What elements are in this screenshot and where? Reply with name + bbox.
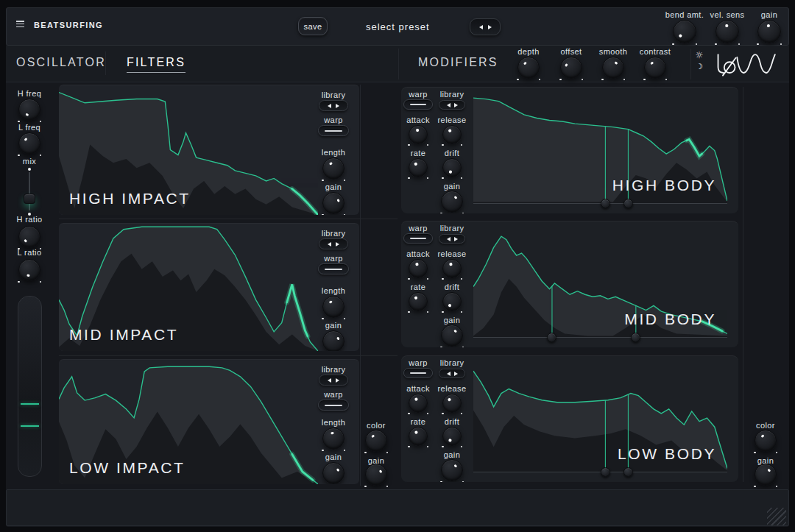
attack-knob[interactable] <box>409 394 428 413</box>
mid-color-knob[interactable] <box>365 430 387 452</box>
bend-amt-knob[interactable] <box>673 20 696 43</box>
gain-knob[interactable] <box>441 459 463 481</box>
vel-sens-knob[interactable] <box>716 20 739 43</box>
level-meter[interactable] <box>18 296 42 477</box>
right-arrow-icon[interactable] <box>336 378 339 383</box>
timeline-handle[interactable] <box>601 467 610 477</box>
preset-display[interactable]: select preset <box>366 21 430 32</box>
library-label: library <box>322 229 346 238</box>
rate-knob[interactable] <box>409 158 428 177</box>
h-freq-knob[interactable] <box>18 99 40 121</box>
mid-gain-knob[interactable] <box>365 464 387 486</box>
library-prev-next[interactable] <box>319 375 348 386</box>
timeline-handle[interactable] <box>601 199 610 208</box>
attack-knob[interactable] <box>409 125 428 144</box>
warp-label: warp <box>324 116 342 124</box>
panel-title: HIGH IMPACT <box>69 190 191 208</box>
offset-knob[interactable] <box>560 57 582 79</box>
h-ratio-knob[interactable] <box>18 226 40 248</box>
right-arrow-icon[interactable] <box>336 242 339 247</box>
rate-knob[interactable] <box>409 427 428 446</box>
meter-line <box>21 403 39 405</box>
right-gain-knob[interactable] <box>755 464 777 486</box>
offset-label: offset <box>560 47 582 56</box>
mix-label: mix <box>23 157 36 166</box>
warp-slider[interactable] <box>318 263 349 274</box>
save-button[interactable]: save <box>298 17 328 35</box>
gain-knob[interactable] <box>322 330 344 351</box>
gain-knob[interactable] <box>441 191 463 213</box>
attack-knob[interactable] <box>409 259 428 278</box>
right-arrow-icon[interactable] <box>454 237 458 241</box>
mid-impact-panel: MID IMPACT library warp length gain <box>59 223 359 351</box>
gain-knob[interactable] <box>322 192 344 214</box>
right-arrow-icon[interactable] <box>454 372 458 376</box>
loop-timeline[interactable] <box>473 203 727 204</box>
drift-label: drift <box>445 283 459 291</box>
master-gain-knob[interactable] <box>757 20 781 43</box>
left-arrow-icon[interactable] <box>479 25 483 29</box>
library-prev-next[interactable] <box>319 238 348 249</box>
drift-knob[interactable] <box>442 158 462 177</box>
right-arrow-icon[interactable] <box>454 103 458 107</box>
tab-oscillator[interactable]: OSCILLATOR <box>16 56 106 69</box>
warp-slider[interactable] <box>403 99 433 110</box>
moon-icon[interactable]: ☽ <box>696 62 703 71</box>
loop-timeline[interactable] <box>473 472 727 472</box>
timeline-handle[interactable] <box>623 199 633 208</box>
master-gain-label: gain <box>761 10 777 19</box>
depth-knob[interactable] <box>517 57 540 79</box>
rate-knob[interactable] <box>409 292 428 311</box>
library-prev-next[interactable] <box>439 100 465 110</box>
l-ratio-knob[interactable] <box>18 259 40 281</box>
preset-prev-next[interactable] <box>470 18 501 35</box>
library-label: library <box>440 358 464 367</box>
timeline-handle[interactable] <box>547 333 556 342</box>
library-prev-next[interactable] <box>439 369 465 378</box>
left-arrow-icon[interactable] <box>328 242 331 247</box>
right-arrow-icon[interactable] <box>336 104 339 108</box>
gain-knob[interactable] <box>322 462 344 484</box>
save-label: save <box>303 22 322 31</box>
warp-slider[interactable] <box>318 125 349 136</box>
smooth-knob[interactable] <box>602 57 624 79</box>
row-divider <box>59 219 398 219</box>
right-color-knob[interactable] <box>755 430 777 452</box>
timeline-handle[interactable] <box>631 333 640 342</box>
left-arrow-icon[interactable] <box>328 378 331 383</box>
drift-knob[interactable] <box>442 427 462 446</box>
length-knob[interactable] <box>322 428 344 450</box>
resize-grip-icon[interactable] <box>767 508 786 525</box>
left-arrow-icon[interactable] <box>447 237 451 241</box>
mix-slider-thumb[interactable] <box>24 194 35 204</box>
left-arrow-icon[interactable] <box>447 372 451 376</box>
release-knob[interactable] <box>442 259 462 278</box>
footer-bar <box>6 489 789 526</box>
library-prev-next[interactable] <box>319 100 348 111</box>
left-arrow-icon[interactable] <box>328 104 331 108</box>
warp-slider[interactable] <box>403 368 433 378</box>
timeline-handle[interactable] <box>623 467 633 477</box>
l-freq-knob[interactable] <box>18 132 40 155</box>
right-arrow-icon[interactable] <box>488 25 492 29</box>
length-knob[interactable] <box>322 296 344 318</box>
release-knob[interactable] <box>442 394 462 413</box>
tab-filters[interactable]: FILTERS <box>127 56 186 73</box>
warp-slider[interactable] <box>318 400 349 411</box>
loop-timeline[interactable] <box>473 337 727 338</box>
library-label: library <box>322 365 346 374</box>
gain-knob[interactable] <box>441 324 463 347</box>
library-prev-next[interactable] <box>439 234 465 244</box>
length-knob[interactable] <box>322 157 344 180</box>
sun-icon[interactable]: ☼ <box>696 50 704 60</box>
contrast-knob[interactable] <box>644 57 666 79</box>
drift-knob[interactable] <box>442 292 462 311</box>
panel-title: MID BODY <box>624 311 716 328</box>
mix-slider-track[interactable] <box>29 172 30 210</box>
release-knob[interactable] <box>442 125 462 144</box>
warp-slider[interactable] <box>403 233 433 244</box>
smooth-label: smooth <box>599 47 627 56</box>
left-arrow-icon[interactable] <box>447 103 451 107</box>
menu-icon[interactable] <box>16 21 24 27</box>
nav-divider <box>398 49 399 79</box>
